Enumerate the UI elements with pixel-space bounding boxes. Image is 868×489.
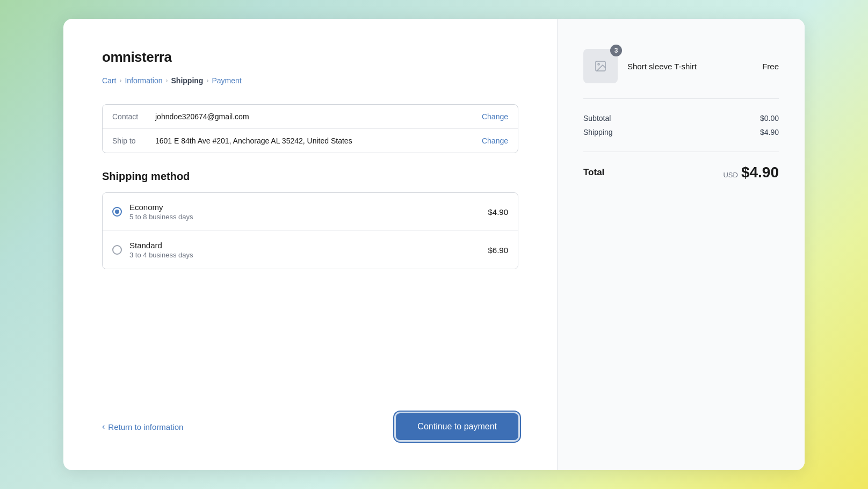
total-amount: $4.90	[741, 164, 779, 181]
economy-name: Economy	[129, 203, 488, 212]
shipping-row: Shipping $4.90	[583, 128, 779, 136]
ship-to-change-button[interactable]: Change	[482, 136, 508, 145]
product-price: Free	[762, 62, 779, 71]
return-chevron-icon: ‹	[102, 422, 105, 431]
subtotal-value: $0.00	[760, 114, 779, 123]
product-row: 3 Short sleeve T-shirt Free	[583, 49, 779, 99]
shipping-label: Shipping	[583, 128, 613, 136]
standard-price: $6.90	[488, 246, 508, 255]
economy-days: 5 to 8 business days	[129, 213, 488, 221]
subtotal-row: Subtotal $0.00	[583, 114, 779, 123]
ship-to-row: Ship to 1601 E 84th Ave #201, Anchorage …	[103, 128, 518, 153]
breadcrumb-cart[interactable]: Cart	[102, 76, 116, 85]
contact-change-button[interactable]: Change	[482, 112, 508, 121]
return-label: Return to information	[108, 422, 183, 432]
left-panel: omnisterra Cart › Information › Shipping…	[63, 19, 558, 470]
standard-name: Standard	[129, 241, 488, 250]
contact-row: Contact johndoe320674@gmail.com Change	[103, 105, 518, 128]
actions-row: ‹ Return to information Continue to paym…	[102, 413, 518, 440]
store-name: omnisterra	[102, 49, 518, 66]
info-box: Contact johndoe320674@gmail.com Change S…	[102, 104, 518, 153]
total-label: Total	[583, 167, 604, 178]
breadcrumb-shipping: Shipping	[171, 76, 204, 85]
economy-price: $4.90	[488, 207, 508, 217]
ship-to-label: Ship to	[112, 136, 155, 145]
contact-label: Contact	[112, 112, 155, 121]
product-image-wrap: 3	[583, 49, 618, 83]
continue-to-payment-button[interactable]: Continue to payment	[396, 413, 518, 440]
main-card: omnisterra Cart › Information › Shipping…	[63, 19, 805, 470]
breadcrumb-sep-1: ›	[119, 77, 121, 84]
shipping-options: Economy 5 to 8 business days $4.90 Stand…	[102, 192, 518, 269]
subtotal-label: Subtotal	[583, 114, 611, 123]
radio-standard[interactable]	[112, 245, 122, 255]
breadcrumb-information[interactable]: Information	[125, 76, 162, 85]
economy-info: Economy 5 to 8 business days	[129, 203, 488, 221]
breadcrumb: Cart › Information › Shipping › Payment	[102, 76, 518, 85]
total-amount-wrap: USD $4.90	[723, 164, 779, 181]
total-row: Total USD $4.90	[583, 164, 779, 181]
total-currency: USD	[723, 171, 737, 179]
breadcrumb-sep-2: ›	[166, 77, 168, 84]
contact-value: johndoe320674@gmail.com	[155, 112, 482, 121]
standard-days: 3 to 4 business days	[129, 251, 488, 259]
breadcrumb-payment: Payment	[212, 76, 241, 85]
breadcrumb-sep-3: ›	[206, 77, 208, 84]
shipping-method-title: Shipping method	[102, 170, 518, 183]
product-badge: 3	[610, 45, 622, 56]
return-to-information-button[interactable]: ‹ Return to information	[102, 422, 183, 432]
shipping-value: $4.90	[760, 128, 779, 136]
product-name: Short sleeve T-shirt	[627, 62, 753, 71]
shipping-option-economy[interactable]: Economy 5 to 8 business days $4.90	[103, 193, 518, 231]
standard-info: Standard 3 to 4 business days	[129, 241, 488, 259]
ship-to-value: 1601 E 84th Ave #201, Anchorage AL 35242…	[155, 136, 482, 145]
right-panel: 3 Short sleeve T-shirt Free Subtotal $0.…	[558, 19, 805, 470]
radio-economy[interactable]	[112, 207, 122, 217]
svg-point-1	[598, 63, 599, 65]
summary-divider	[583, 152, 779, 152]
shipping-option-standard[interactable]: Standard 3 to 4 business days $6.90	[103, 231, 518, 269]
